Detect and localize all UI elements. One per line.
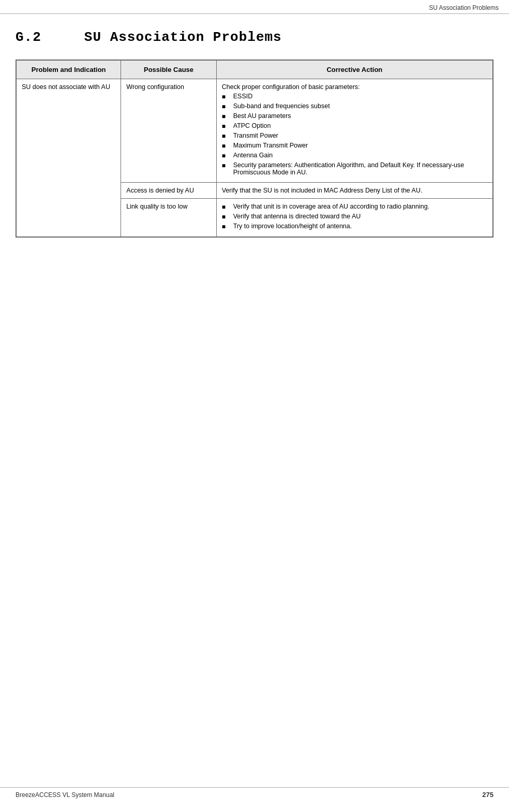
list-item: ■Antenna Gain — [222, 152, 487, 159]
cause-cell: Wrong configuration — [121, 79, 216, 183]
problem-cell: SU does not associate with AU — [16, 79, 121, 238]
list-item: ■Transmit Power — [222, 132, 487, 140]
bullet-icon: ■ — [222, 123, 230, 130]
list-item-text: Sub-band and frequencies subset — [233, 102, 330, 110]
bullet-icon: ■ — [222, 142, 230, 150]
list-item: ■Verify that unit is in coverage area of… — [222, 203, 487, 211]
bullet-icon: ■ — [222, 103, 230, 110]
list-item: ■Security parameters: Authentication Alg… — [222, 161, 487, 176]
list-item-text: Verify that antenna is directed toward t… — [233, 213, 361, 220]
list-item-text: Security parameters: Authentication Algo… — [233, 161, 487, 176]
list-item: ■Maximum Transmit Power — [222, 142, 487, 150]
list-item-text: Verify that unit is in coverage area of … — [233, 203, 429, 210]
header-col-corrective: Corrective Action — [216, 60, 493, 79]
list-item-text: ATPC Option — [233, 122, 271, 129]
section-id: G.2 — [16, 29, 84, 45]
header-title: SU Association Problems — [429, 4, 499, 11]
list-item-text: Best AU parameters — [233, 112, 291, 120]
corrective-cell: Check proper configuration of basic para… — [216, 79, 493, 183]
bullet-icon: ■ — [222, 113, 230, 120]
section-title: G.2 SU Association Problems — [16, 29, 493, 45]
bullet-list: ■ESSID■Sub-band and frequencies subset■B… — [222, 93, 487, 176]
bullet-icon: ■ — [222, 213, 230, 220]
cause-cell: Access is denied by AU — [121, 183, 216, 199]
corrective-intro: Check proper configuration of basic para… — [222, 83, 487, 91]
footer-left-text: BreezeACCESS VL System Manual — [16, 791, 114, 799]
table-row: SU does not associate with AUWrong confi… — [16, 79, 493, 183]
header-col-cause: Possible Cause — [121, 60, 216, 79]
header-col-problem: Problem and Indication — [16, 60, 121, 79]
list-item-text: ESSID — [233, 93, 253, 100]
list-item: ■ESSID — [222, 93, 487, 100]
bullet-icon: ■ — [222, 223, 230, 230]
page-content: G.2 SU Association Problems Problem and … — [0, 14, 509, 279]
list-item: ■Verify that antenna is directed toward … — [222, 213, 487, 220]
page-header: SU Association Problems — [0, 0, 509, 14]
bullet-icon: ■ — [222, 93, 230, 100]
bullet-icon: ■ — [222, 203, 230, 211]
section-name: SU Association Problems — [84, 29, 282, 45]
corrective-cell: Verify that the SU is not included in MA… — [216, 183, 493, 199]
corrective-text: Verify that the SU is not included in MA… — [222, 187, 487, 194]
list-item: ■Sub-band and frequencies subset — [222, 102, 487, 110]
list-item-text: Try to improve location/height of antenn… — [233, 223, 352, 230]
page-footer: BreezeACCESS VL System Manual 275 — [0, 787, 509, 802]
bullet-icon: ■ — [222, 162, 230, 169]
table-header-row: Problem and Indication Possible Cause Co… — [16, 60, 493, 79]
list-item: ■Try to improve location/height of anten… — [222, 223, 487, 230]
bullet-list: ■Verify that unit is in coverage area of… — [222, 203, 487, 230]
cause-cell: Link quality is too low — [121, 199, 216, 238]
list-item: ■ATPC Option — [222, 122, 487, 130]
list-item-text: Antenna Gain — [233, 152, 273, 159]
list-item: ■Best AU parameters — [222, 112, 487, 120]
bullet-icon: ■ — [222, 152, 230, 159]
footer-page-number: 275 — [482, 791, 493, 799]
bullet-icon: ■ — [222, 132, 230, 140]
corrective-cell: ■Verify that unit is in coverage area of… — [216, 199, 493, 238]
main-table: Problem and Indication Possible Cause Co… — [16, 60, 493, 238]
list-item-text: Maximum Transmit Power — [233, 142, 308, 149]
list-item-text: Transmit Power — [233, 132, 278, 139]
